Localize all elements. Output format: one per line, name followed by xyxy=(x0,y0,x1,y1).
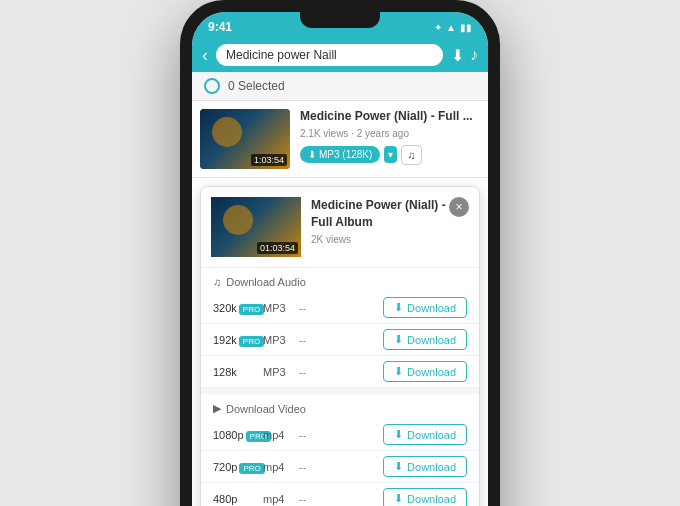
signal-icon: ▲ xyxy=(446,22,456,33)
music-header-icon[interactable]: ♪ xyxy=(470,46,478,65)
status-icons: ✦ ▲ ▮▮ xyxy=(434,22,472,33)
modal-overlay: 01:03:54 Medicine Power (Niall) - Full A… xyxy=(192,178,488,506)
audio-row-192k: 192kPRO MP3 -- ⬇ Download xyxy=(201,324,479,356)
audio-row-320k: 320kPRO MP3 -- ⬇ Download xyxy=(201,292,479,324)
top-video-info: Medicine Power (Niall) - Full ... 2.1K v… xyxy=(300,109,480,169)
modal-thumb-circle xyxy=(223,205,253,235)
search-bar[interactable]: Medicine power Naill xyxy=(216,44,443,66)
top-video-title: Medicine Power (Niall) - Full ... xyxy=(300,109,480,125)
download-label-480p: Download xyxy=(407,493,456,505)
download-label-720p: Download xyxy=(407,461,456,473)
top-video-meta: 2.1K views · 2 years ago xyxy=(300,128,480,139)
format-mp3-button[interactable]: ⬇ MP3 (128K) xyxy=(300,146,380,163)
size-720p: -- xyxy=(299,461,383,473)
modal-thumbnail: 01:03:54 xyxy=(211,197,301,257)
size-192k: -- xyxy=(299,334,383,346)
download-label-1080p: Download xyxy=(407,429,456,441)
format-mp4-720p: mp4 xyxy=(263,461,299,473)
phone-screen: 9:41 ✦ ▲ ▮▮ ‹ Medicine power Naill ⬇ ♪ 0… xyxy=(192,12,488,506)
download-button-1080p[interactable]: ⬇ Download xyxy=(383,424,467,445)
download-button-480p[interactable]: ⬇ Download xyxy=(383,488,467,506)
pro-badge-192k: PRO xyxy=(239,336,264,347)
size-128k: -- xyxy=(299,366,383,378)
quality-320k: 320kPRO xyxy=(213,302,263,314)
download-button-720p[interactable]: ⬇ Download xyxy=(383,456,467,477)
status-time: 9:41 xyxy=(208,20,232,34)
header-bar: ‹ Medicine power Naill ⬇ ♪ xyxy=(192,38,488,72)
download-header-icon[interactable]: ⬇ xyxy=(451,46,464,65)
download-label-192k: Download xyxy=(407,334,456,346)
selection-bar: 0 Selected xyxy=(192,72,488,101)
download-icon-128k: ⬇ xyxy=(394,365,403,378)
download-label-320k: Download xyxy=(407,302,456,314)
quality-480p: 480p xyxy=(213,493,263,505)
modal-close-button[interactable]: × xyxy=(449,197,469,217)
top-video-card: 1:03:54 Medicine Power (Niall) - Full ..… xyxy=(192,101,488,178)
size-320k: -- xyxy=(299,302,383,314)
pro-badge-320k: PRO xyxy=(239,304,264,315)
modal-title: Medicine Power (Niall) - Full Album xyxy=(311,197,469,231)
battery-icon: ▮▮ xyxy=(460,22,472,33)
music-note-button[interactable]: ♫ xyxy=(401,145,421,165)
modal-video-section: 01:03:54 Medicine Power (Niall) - Full A… xyxy=(201,187,479,268)
header-action-icons: ⬇ ♪ xyxy=(451,46,478,65)
top-video-thumbnail[interactable]: 1:03:54 xyxy=(200,109,290,169)
download-icon-720p: ⬇ xyxy=(394,460,403,473)
pro-badge-720p: PRO xyxy=(239,463,264,474)
quality-720p: 720pPRO xyxy=(213,461,263,473)
select-all-icon[interactable] xyxy=(204,78,220,94)
top-video-duration: 1:03:54 xyxy=(251,154,287,166)
audio-section-icon: ♫ xyxy=(213,276,221,288)
thumb-circle xyxy=(212,117,242,147)
download-button-128k[interactable]: ⬇ Download xyxy=(383,361,467,382)
music-note-icon: ♫ xyxy=(407,149,415,161)
bluetooth-icon: ✦ xyxy=(434,22,442,33)
modal-info: Medicine Power (Niall) - Full Album 2K v… xyxy=(311,197,469,257)
video-row-480p: 480p mp4 -- ⬇ Download xyxy=(201,483,479,506)
audio-section-header: ♫ Download Audio xyxy=(201,268,479,292)
audio-row-128k: 128k MP3 -- ⬇ Download xyxy=(201,356,479,388)
format-mp3-192k: MP3 xyxy=(263,334,299,346)
phone-frame: 9:41 ✦ ▲ ▮▮ ‹ Medicine power Naill ⬇ ♪ 0… xyxy=(180,0,500,506)
size-480p: -- xyxy=(299,493,383,505)
download-icon-192k: ⬇ xyxy=(394,333,403,346)
format-btn-label: MP3 (128K) xyxy=(319,149,372,160)
download-icon-320k: ⬇ xyxy=(394,301,403,314)
download-icon-1080p: ⬇ xyxy=(394,428,403,441)
video-section-title: Download Video xyxy=(226,403,306,415)
video-section-icon: ▶ xyxy=(213,402,221,415)
format-mp4-1080p: mp4 xyxy=(263,429,299,441)
audio-section-title: Download Audio xyxy=(226,276,306,288)
format-mp4-480p: mp4 xyxy=(263,493,299,505)
download-button-192k[interactable]: ⬇ Download xyxy=(383,329,467,350)
download-modal: 01:03:54 Medicine Power (Niall) - Full A… xyxy=(200,186,480,506)
download-icon-480p: ⬇ xyxy=(394,492,403,505)
format-mp3-128k: MP3 xyxy=(263,366,299,378)
notch xyxy=(300,12,380,28)
video-row-720p: 720pPRO mp4 -- ⬇ Download xyxy=(201,451,479,483)
back-button[interactable]: ‹ xyxy=(202,46,208,64)
size-1080p: -- xyxy=(299,429,383,441)
quality-128k: 128k xyxy=(213,366,263,378)
quality-1080p: 1080pPRO xyxy=(213,429,263,441)
selection-count: 0 Selected xyxy=(228,79,285,93)
download-label-128k: Download xyxy=(407,366,456,378)
download-button-320k[interactable]: ⬇ Download xyxy=(383,297,467,318)
video-row-1080p: 1080pPRO mp4 -- ⬇ Download xyxy=(201,419,479,451)
video-section-header: ▶ Download Video xyxy=(201,394,479,419)
format-dropdown-button[interactable]: ▾ xyxy=(384,146,397,163)
modal-duration: 01:03:54 xyxy=(257,242,298,254)
format-selector: ⬇ MP3 (128K) ▾ ♫ xyxy=(300,145,480,165)
modal-views: 2K views xyxy=(311,234,469,245)
download-icon-small: ⬇ xyxy=(308,149,316,160)
format-mp3-320k: MP3 xyxy=(263,302,299,314)
quality-192k: 192kPRO xyxy=(213,334,263,346)
